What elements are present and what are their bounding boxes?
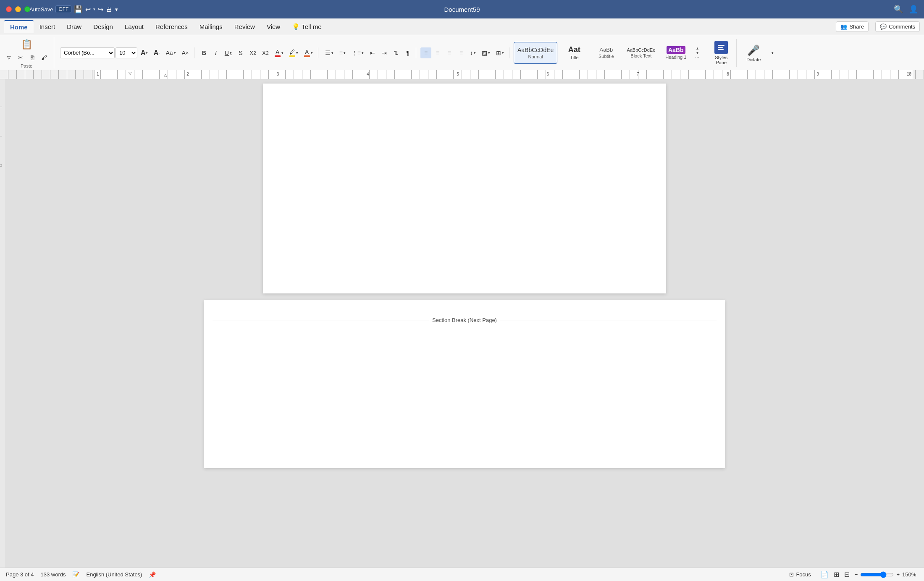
close-button[interactable]: [6, 6, 12, 12]
tab-tell-me[interactable]: 💡 Tell me: [286, 21, 328, 33]
paste-options-icon[interactable]: ▽: [3, 52, 14, 63]
zoom-in-icon[interactable]: +: [896, 571, 900, 578]
font-size-select[interactable]: 10: [116, 47, 137, 58]
focus-icon: ⊡: [789, 571, 794, 578]
save-icon[interactable]: 💾: [74, 5, 83, 14]
increase-indent-button[interactable]: ⇥: [379, 47, 390, 58]
tab-review[interactable]: Review: [228, 21, 261, 33]
style-blocktext-label: Block Text: [630, 53, 651, 58]
show-formatting-button[interactable]: ¶: [402, 47, 413, 58]
document-title: Document59: [444, 6, 480, 13]
align-center-button[interactable]: ≡: [432, 47, 443, 58]
styles-pane-button[interactable]: StylesPane: [709, 39, 734, 67]
search-icon[interactable]: 🔍: [894, 5, 903, 14]
italic-button[interactable]: I: [210, 47, 221, 58]
proofing-icon[interactable]: 📝: [72, 571, 79, 578]
autosave-state: OFF: [58, 6, 68, 12]
focus-button[interactable]: ⊡ Focus: [785, 570, 815, 579]
ruler: 12345678910 ▽ △ ▽: [0, 70, 924, 79]
style-blocktext[interactable]: AaBbCcDdEe Block Text: [623, 42, 659, 64]
borders-button[interactable]: ⊞▾: [494, 47, 507, 58]
tab-mailings[interactable]: Mailings: [194, 21, 228, 33]
decrease-indent-button[interactable]: ⇤: [367, 47, 378, 58]
undo-icon[interactable]: ↩: [85, 5, 91, 13]
ruler-right-indent[interactable]: ▽: [908, 71, 911, 76]
copy-button[interactable]: ⎘: [27, 52, 38, 63]
cut-button[interactable]: ✂: [15, 52, 26, 63]
read-mode-icon[interactable]: 📄: [820, 571, 829, 578]
numbering-button[interactable]: ≡▾: [337, 47, 348, 58]
highlight-color-button[interactable]: 🖊 ▾: [287, 47, 301, 58]
status-right: ⊡ Focus 📄 ⊞ ⊟ − + 150%: [785, 570, 918, 579]
style-normal[interactable]: AaBbCcDdEe Normal: [514, 42, 557, 64]
customize-icon[interactable]: ▾: [115, 6, 118, 13]
strikethrough-button[interactable]: S: [235, 47, 246, 58]
change-case-button[interactable]: Aa▾: [163, 47, 178, 58]
format-painter-button[interactable]: 🖌: [39, 52, 50, 63]
focus-label: Focus: [796, 571, 811, 578]
paste-label: Paste: [21, 63, 32, 68]
tab-references[interactable]: References: [150, 21, 194, 33]
shading-button[interactable]: A ▾: [302, 47, 315, 58]
bold-button[interactable]: B: [199, 47, 210, 58]
justify-button[interactable]: ≡: [456, 47, 467, 58]
line-spacing-button[interactable]: ↕▾: [467, 47, 478, 58]
tab-home[interactable]: Home: [4, 20, 34, 33]
style-heading1[interactable]: AaBb Heading 1: [661, 42, 691, 64]
comments-button[interactable]: 💬 Comments: [875, 21, 920, 32]
title-bar: AutoSave OFF 💾 ↩ ▾ ↪ 🖨 ▾ Document59 🔍 👤: [0, 0, 924, 18]
style-subtitle[interactable]: AaBb Subtitle: [591, 42, 621, 64]
tab-draw[interactable]: Draw: [61, 21, 87, 33]
tab-insert[interactable]: Insert: [34, 21, 61, 33]
dictate-button[interactable]: 🎤 Dictate: [741, 42, 766, 64]
superscript-button[interactable]: X2: [260, 47, 271, 58]
zoom-out-icon[interactable]: −: [855, 571, 858, 578]
paste-button[interactable]: 📋: [19, 37, 34, 52]
decrease-font-button[interactable]: A-: [151, 47, 163, 58]
underline-button[interactable]: U▾: [222, 47, 234, 58]
align-right-button[interactable]: ≡: [444, 47, 455, 58]
ruler-left-indent[interactable]: ▽: [129, 71, 132, 76]
tab-view[interactable]: View: [261, 21, 286, 33]
dictate-dropdown-button[interactable]: ▾: [767, 47, 778, 58]
sort-button[interactable]: ⇅: [391, 47, 402, 58]
gallery-more-button[interactable]: ▴ ▾ ⋯: [693, 42, 702, 64]
dictate-group: 🎤 Dictate ▾: [738, 42, 780, 64]
minimize-button[interactable]: [15, 6, 21, 12]
comments-icon: 💬: [880, 24, 887, 30]
page-number-indicators: – – 2: [0, 105, 2, 167]
multilevel-list-button[interactable]: ⋮≡▾: [349, 47, 366, 58]
font-color-button[interactable]: A ▾: [272, 47, 286, 58]
autosave-group: AutoSave OFF 💾 ↩ ▾ ↪ 🖨 ▾: [29, 5, 118, 14]
ruler-numbers: 12345678910: [97, 72, 911, 76]
language: English (United States): [86, 571, 142, 578]
style-title[interactable]: Aat Title: [559, 42, 589, 64]
print-layout-icon[interactable]: ⊞: [834, 571, 839, 578]
redo-icon[interactable]: ↪: [98, 5, 103, 13]
print-icon[interactable]: 🖨: [106, 5, 113, 13]
svg-rect-0: [718, 45, 724, 46]
paste-small-icons: ▽ ✂ ⎘ 🖌: [3, 52, 50, 63]
share-label: Share: [849, 24, 864, 30]
align-left-button[interactable]: ≡: [420, 47, 431, 58]
web-layout-icon[interactable]: ⊟: [844, 571, 850, 578]
paragraph-shading-button[interactable]: ▨▾: [479, 47, 493, 58]
share-button[interactable]: 👥 Share: [836, 21, 869, 32]
undo-dropdown-icon[interactable]: ▾: [93, 7, 95, 11]
zoom-slider[interactable]: [860, 571, 894, 578]
clear-formatting-button[interactable]: A✕: [179, 47, 192, 58]
autosave-toggle[interactable]: OFF: [55, 5, 71, 13]
tab-design[interactable]: Design: [87, 21, 119, 33]
styles-pane-icon: [714, 41, 728, 54]
tab-layout[interactable]: Layout: [119, 21, 150, 33]
zoom-level[interactable]: 150%: [902, 571, 918, 578]
ruler-first-indent[interactable]: △: [164, 73, 167, 77]
increase-font-button[interactable]: A+: [138, 47, 150, 58]
font-name-select[interactable]: Corbel (Bo...: [60, 47, 115, 58]
toolbar: 📋 ▽ ✂ ⎘ 🖌 Paste Corbel (Bo... 10 A+ A- A…: [0, 35, 924, 70]
account-icon[interactable]: 👤: [909, 5, 918, 14]
track-changes-icon[interactable]: 📌: [149, 571, 156, 578]
subscript-button[interactable]: X2: [247, 47, 259, 58]
bullets-button[interactable]: ☰▾: [323, 47, 336, 58]
document-area[interactable]: Section Break (Next Page): [5, 79, 924, 579]
